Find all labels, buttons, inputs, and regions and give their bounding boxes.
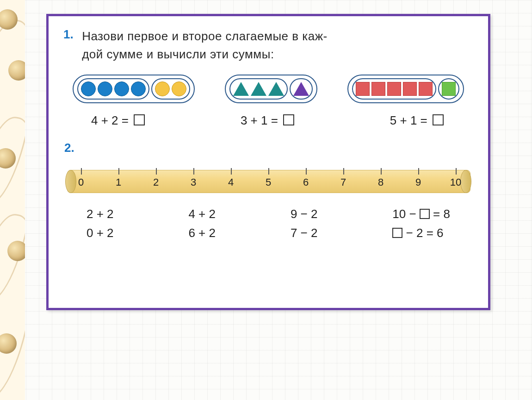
ruler-tick: [418, 168, 419, 175]
teal-triangle-icon: [251, 82, 266, 96]
shape-row: [63, 75, 473, 103]
bead-decoration: [8, 60, 25, 81]
task1-text-line2: дой сумме и вычисли эти суммы:: [82, 47, 274, 61]
shape-group-triangles: [225, 75, 317, 103]
task1: 1. Назови первое и второе слагаемые в ка…: [63, 27, 473, 63]
eq-cell: 4 + 2: [188, 207, 216, 221]
shape-group-circles: [73, 75, 195, 103]
red-square-icon: [403, 82, 417, 96]
equation-2: 3 + 1 =: [241, 113, 296, 128]
task1-text: Назови первое и второе слагаемые в каж- …: [82, 27, 461, 63]
green-square-icon: [442, 82, 456, 96]
bead-decoration: [7, 241, 25, 261]
worksheet-frame: 1. Назови первое и второе слагаемые в ка…: [46, 14, 490, 310]
decorative-left-strip: [0, 0, 25, 400]
ruler-tick: [456, 168, 457, 175]
number-line-ruler: 012345678910: [67, 163, 470, 194]
eq-column-2: 4 + 2 6 + 2: [188, 207, 216, 240]
equation-1: 4 + 2 =: [91, 113, 147, 128]
eq-cell: 6 + 2: [188, 226, 216, 240]
ruler-label: 2: [153, 176, 159, 188]
ruler-tick: [156, 168, 157, 175]
ruler-cap-left: [65, 170, 76, 193]
red-square-icon: [419, 82, 433, 96]
blue-circle-icon: [114, 81, 129, 96]
ruler-label: 7: [340, 176, 346, 188]
eq-cell: − 2 = 6: [392, 226, 450, 240]
eq-column-1: 2 + 2 0 + 2: [87, 207, 114, 240]
task1-equations-row: 4 + 2 = 3 + 1 = 5 + 1 =: [63, 113, 473, 128]
ruler-tick: [193, 168, 194, 175]
eq-cell: 2 + 2: [87, 207, 114, 221]
shape-group-squares: [347, 75, 464, 103]
task1-number: 1.: [63, 27, 74, 41]
eq-cell: 7 − 2: [291, 226, 318, 240]
ruler-label: 1: [116, 176, 121, 188]
task2-number: 2.: [64, 141, 473, 155]
answer-box-icon: [392, 228, 402, 238]
subgroup-purple-triangle: [290, 78, 313, 100]
answer-box-icon: [134, 114, 145, 125]
ruler-cap-right: [460, 170, 471, 193]
ruler-label: 4: [228, 176, 234, 188]
red-square-icon: [371, 82, 385, 96]
subgroup-blue-circles: [77, 78, 149, 100]
subgroup-red-squares: [352, 78, 436, 100]
ruler-tick: [268, 168, 269, 175]
eq-cell: 10 − = 8: [392, 207, 450, 221]
equation-3: 5 + 1 =: [390, 113, 445, 128]
ruler-label: 6: [303, 176, 309, 188]
blue-circle-icon: [131, 81, 146, 96]
red-square-icon: [356, 82, 370, 96]
ruler-label: 0: [78, 176, 84, 188]
ruler-tick: [81, 168, 82, 175]
eq-cell: 0 + 2: [87, 226, 114, 240]
yellow-circle-icon: [172, 81, 186, 96]
ruler-label: 9: [415, 176, 421, 188]
ruler-tick: [381, 168, 382, 175]
blue-circle-icon: [98, 81, 112, 96]
blue-circle-icon: [81, 81, 96, 96]
eq-cell: 9 − 2: [291, 207, 318, 221]
ruler-label: 10: [450, 176, 461, 188]
answer-box-icon: [283, 114, 294, 125]
subgroup-teal-triangles: [229, 78, 288, 100]
swirl-decoration: [0, 209, 25, 400]
ruler-tick: [118, 168, 119, 175]
ruler-tick: [306, 168, 307, 175]
subgroup-yellow-circles: [151, 78, 190, 100]
teal-triangle-icon: [268, 82, 284, 96]
answer-box-icon: [433, 114, 444, 125]
red-square-icon: [387, 82, 401, 96]
ruler-tick: [231, 168, 232, 175]
task1-text-line1: Назови первое и второе слагаемые в каж-: [82, 29, 328, 43]
ruler-tick: [343, 168, 344, 175]
ruler-label: 3: [191, 176, 196, 188]
ruler-label: 5: [266, 176, 271, 188]
eq-column-3: 9 − 2 7 − 2: [291, 207, 318, 240]
eq-column-4: 10 − = 8 − 2 = 6: [392, 207, 450, 240]
purple-triangle-icon: [293, 82, 309, 96]
task2-equations-grid: 2 + 2 0 + 2 4 + 2 6 + 2 9 − 2 7 − 2 10 −…: [63, 207, 473, 240]
answer-box-icon: [420, 209, 430, 219]
teal-triangle-icon: [233, 82, 249, 96]
yellow-circle-icon: [155, 81, 170, 96]
subgroup-green-square: [438, 78, 459, 100]
ruler-label: 8: [378, 176, 384, 188]
